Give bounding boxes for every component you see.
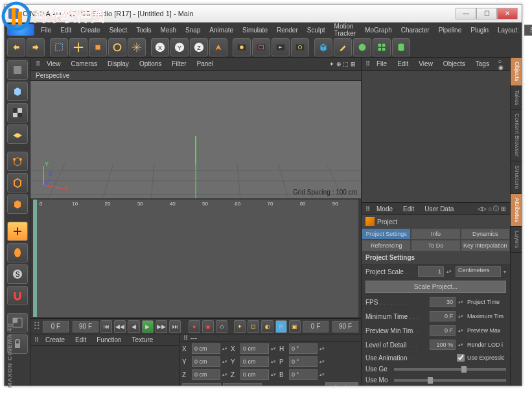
sidetab-structure[interactable]: Structure: [511, 161, 522, 194]
coord-x-scale[interactable]: [240, 343, 269, 354]
workplane-button[interactable]: [7, 124, 28, 144]
fps-input[interactable]: [430, 297, 456, 307]
use-gen-slider[interactable]: [394, 368, 506, 371]
sidetab-attributes[interactable]: Attributes: [511, 194, 522, 227]
cur-end-field[interactable]: [332, 321, 358, 332]
sidetab-objects[interactable]: Objects: [511, 58, 522, 86]
render-region-button[interactable]: [252, 38, 270, 56]
attr-menu-edit[interactable]: Edit: [399, 203, 418, 214]
menu-mesh[interactable]: Mesh: [157, 25, 180, 36]
vp-menu-view[interactable]: View: [43, 58, 65, 69]
sidetab-content[interactable]: Content Browser: [511, 110, 522, 161]
vp-menu-options[interactable]: Options: [135, 58, 165, 69]
sidetab-layers[interactable]: Layers: [511, 227, 522, 253]
recent-tool[interactable]: [128, 38, 146, 56]
model-mode-button[interactable]: [7, 82, 28, 101]
coord-system-button[interactable]: [209, 38, 227, 56]
tab-dynamics[interactable]: Dynamics: [461, 228, 510, 240]
goto-start-button[interactable]: ⏮: [100, 320, 112, 333]
vp-menu-panel[interactable]: Panel: [193, 58, 218, 69]
coord-b-rot[interactable]: [289, 369, 318, 380]
coord-p-rot[interactable]: [289, 356, 318, 367]
keyframe-sel-button[interactable]: ◇: [216, 320, 227, 333]
min-time-input[interactable]: [430, 311, 456, 321]
coord-y-scale[interactable]: [240, 356, 269, 367]
tab-referencing[interactable]: Referencing: [362, 240, 411, 251]
vp-nav-icons[interactable]: ✦ ⊕ ⬚ ⊞: [329, 61, 356, 67]
coord-z-scale[interactable]: [240, 369, 269, 380]
menu-sculpt[interactable]: Sculpt: [303, 25, 329, 36]
menu-animate[interactable]: Animate: [205, 25, 237, 36]
obj-menu-objects[interactable]: Objects: [439, 58, 469, 69]
minimize-button[interactable]: —: [456, 8, 476, 19]
vp-menu-cameras[interactable]: Cameras: [67, 58, 102, 69]
menu-plugin[interactable]: Plugin: [467, 25, 492, 36]
goto-next-key-button[interactable]: ▶▶: [156, 320, 167, 333]
coord-mode-dropdown[interactable]: Scale: [223, 383, 262, 386]
vp-menu-display[interactable]: Display: [104, 58, 133, 69]
menu-character[interactable]: Character: [397, 25, 434, 36]
deformer-button[interactable]: [392, 38, 410, 56]
cur-start-field[interactable]: [303, 321, 329, 332]
use-animation-checkbox[interactable]: [457, 354, 465, 362]
menu-render[interactable]: Render: [273, 25, 302, 36]
menu-mograph[interactable]: MoGraph: [361, 25, 396, 36]
play-back-button[interactable]: ◀: [128, 320, 139, 333]
tab-todo[interactable]: To Do: [411, 240, 460, 251]
y-axis-button[interactable]: Y: [170, 38, 189, 56]
scale-project-button[interactable]: Scale Project...: [365, 281, 506, 293]
goto-prev-key-button[interactable]: ◀◀: [114, 320, 126, 333]
obj-menu-file[interactable]: File: [373, 58, 391, 69]
record-button[interactable]: ●: [189, 320, 200, 333]
mat-menu-function[interactable]: Function: [93, 334, 125, 345]
mat-menu-texture[interactable]: Texture: [128, 334, 157, 345]
render-to-pv-button[interactable]: [272, 38, 290, 56]
vp-menu-filter[interactable]: Filter: [168, 58, 190, 69]
time-end-field[interactable]: [73, 321, 98, 332]
points-mode-button[interactable]: [7, 152, 28, 171]
tweak-button[interactable]: [7, 243, 28, 262]
close-button[interactable]: ✕: [497, 8, 518, 19]
snap-button[interactable]: S: [7, 264, 28, 284]
sidetab-takes[interactable]: Takes: [511, 86, 522, 110]
viewport-3d[interactable]: Y X Z Grid Spacing : 100 cm: [30, 81, 361, 198]
obj-menu-tags[interactable]: Tags: [472, 58, 493, 69]
menu-snap[interactable]: Snap: [181, 25, 204, 36]
maximize-button[interactable]: ☐: [476, 8, 497, 19]
coord-y-pos[interactable]: [192, 356, 220, 367]
coord-x-pos[interactable]: [192, 343, 220, 354]
project-scale-input[interactable]: [418, 266, 444, 277]
edges-mode-button[interactable]: [7, 173, 28, 192]
tab-keyinterp[interactable]: Key Interpolation: [461, 240, 510, 251]
key-param-button[interactable]: P: [275, 320, 287, 333]
tab-project-settings[interactable]: Project Settings: [362, 228, 411, 240]
time-start-field[interactable]: [43, 321, 69, 332]
layout-dropdown[interactable]: Startup: [524, 25, 532, 36]
axis-button[interactable]: [7, 222, 28, 241]
mat-menu-edit[interactable]: Edit: [71, 334, 90, 345]
key-pos-button[interactable]: ✦: [234, 320, 246, 333]
render-view-button[interactable]: [233, 38, 251, 56]
key-rot-button[interactable]: ◐: [261, 320, 273, 333]
key-pla-button[interactable]: ▣: [289, 320, 301, 333]
menu-simulate[interactable]: Simulate: [238, 25, 272, 36]
render-settings-button[interactable]: [291, 38, 309, 56]
apply-button[interactable]: Apply: [325, 382, 358, 386]
make-editable-button[interactable]: [7, 60, 28, 80]
lod-input[interactable]: [430, 340, 456, 350]
objects-tree[interactable]: [362, 71, 510, 202]
polygons-mode-button[interactable]: [7, 194, 28, 214]
cube-primitive-button[interactable]: [314, 38, 332, 56]
time-ruler[interactable]: 0 10 20 30 40 50 60 70 80 90: [33, 200, 358, 317]
autokey-button[interactable]: ◉: [202, 320, 214, 333]
menu-pipeline[interactable]: Pipeline: [435, 25, 466, 36]
menu-motiontracker[interactable]: Motion Tracker: [330, 21, 360, 39]
x-axis-button[interactable]: X: [151, 38, 169, 56]
attr-menu-mode[interactable]: Mode: [373, 203, 397, 214]
goto-end-button[interactable]: ⏭: [169, 320, 181, 333]
z-axis-button[interactable]: Z: [190, 38, 208, 56]
project-scale-unit-dropdown[interactable]: Centimeters: [456, 266, 501, 277]
menu-tools[interactable]: Tools: [132, 25, 155, 36]
obj-menu-edit[interactable]: Edit: [393, 58, 412, 69]
key-scale-button[interactable]: ⊡: [248, 320, 259, 333]
